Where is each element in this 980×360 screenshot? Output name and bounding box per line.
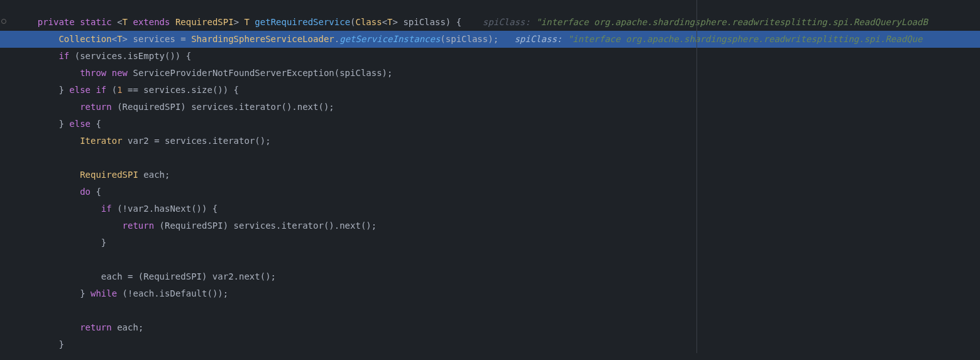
inline-hint-label: spiClass: — [483, 17, 536, 27]
code-editor[interactable]: private static <T extends RequiredSPI> T… — [0, 0, 980, 353]
code-line[interactable]: } while (!each.isDefault()); — [0, 285, 980, 302]
code-line-current[interactable]: Collection<T> services = ShardingSphereS… — [0, 31, 980, 48]
code-line[interactable]: private static <T extends RequiredSPI> T… — [0, 14, 980, 31]
code-line[interactable] — [0, 302, 980, 319]
code-line[interactable]: } else { — [0, 116, 980, 133]
inline-hint-value: "interface org.apache.shardingsphere.rea… — [536, 17, 928, 27]
code-line[interactable]: } — [0, 336, 980, 353]
code-line[interactable]: } else if (1 == services.size()) { — [0, 82, 980, 99]
code-line[interactable]: if (!var2.hasNext()) { — [0, 200, 980, 217]
code-line[interactable]: return each; — [0, 319, 980, 336]
code-line[interactable]: } — [0, 234, 980, 251]
inline-hint-value: "interface org.apache.shardingsphere.rea… — [568, 34, 923, 44]
code-line[interactable]: throw new ServiceProviderNotFoundServerE… — [0, 65, 980, 82]
breakpoint-marker[interactable] — [1, 19, 6, 24]
code-line[interactable] — [0, 150, 980, 166]
column-ruler — [696, 0, 697, 353]
code-line[interactable]: Iterator var2 = services.iterator(); — [0, 133, 980, 150]
code-line[interactable]: do { — [0, 183, 980, 200]
code-line[interactable]: return (RequiredSPI) services.iterator()… — [0, 217, 980, 234]
inline-hint-label: spiClass: — [514, 34, 567, 44]
code-line[interactable]: RequiredSPI each; — [0, 166, 980, 183]
code-line[interactable]: return (RequiredSPI) services.iterator()… — [0, 99, 980, 116]
code-line[interactable] — [0, 251, 980, 268]
code-line[interactable]: if (services.isEmpty()) { — [0, 48, 980, 65]
code-line[interactable]: each = (RequiredSPI) var2.next(); — [0, 268, 980, 285]
